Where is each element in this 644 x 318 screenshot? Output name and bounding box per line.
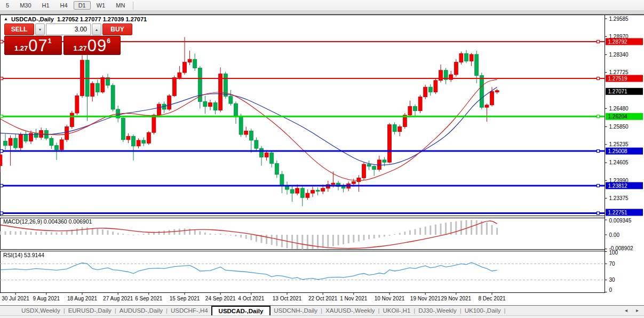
candle[interactable] xyxy=(311,190,315,193)
tab-usdx-weekly[interactable]: USDX,Weekly xyxy=(18,306,63,315)
tab-xauusd-weekly[interactable]: XAUUSD-,Weekly xyxy=(322,306,378,315)
tab-scroll-right-icon[interactable]: ▸ xyxy=(636,307,639,313)
candle[interactable] xyxy=(50,138,53,146)
line-handle[interactable] xyxy=(597,184,600,187)
candle[interactable] xyxy=(121,118,125,140)
candle[interactable] xyxy=(183,62,187,73)
timeframe-button-w1[interactable]: W1 xyxy=(92,1,110,10)
tab-eurusd-daily[interactable]: EURUSD-,Daily xyxy=(65,306,115,315)
candle[interactable] xyxy=(65,126,69,139)
tab-uk100-daily[interactable]: UK100-,Daily xyxy=(462,306,504,315)
candle[interactable] xyxy=(357,178,361,181)
candle[interactable] xyxy=(408,107,412,115)
candle[interactable] xyxy=(454,62,458,75)
candle[interactable] xyxy=(249,131,253,140)
candle[interactable] xyxy=(495,91,499,92)
candle[interactable] xyxy=(19,134,22,148)
line-handle[interactable] xyxy=(1,41,3,43)
timeframe-button-5[interactable]: 5 xyxy=(1,1,14,10)
volume-input[interactable] xyxy=(46,23,91,35)
candle[interactable] xyxy=(285,186,289,190)
line-handle[interactable] xyxy=(597,150,600,153)
candle[interactable] xyxy=(91,83,94,96)
candle[interactable] xyxy=(157,104,161,115)
candle[interactable] xyxy=(362,164,366,178)
candle[interactable] xyxy=(111,85,115,109)
candle[interactable] xyxy=(490,91,494,105)
tab-dj30-weekly[interactable]: DJ30-,Weekly xyxy=(415,306,459,315)
timeframe-button-h1[interactable]: H1 xyxy=(37,1,54,10)
candle[interactable] xyxy=(147,132,150,143)
candle[interactable] xyxy=(321,188,325,191)
candle[interactable] xyxy=(398,126,402,131)
volume-increase-button[interactable]: ▲ xyxy=(92,23,101,35)
candle[interactable] xyxy=(188,59,192,62)
candle[interactable] xyxy=(229,97,233,104)
line-handle[interactable] xyxy=(1,115,3,118)
candle[interactable] xyxy=(244,131,248,135)
candle[interactable] xyxy=(475,54,479,76)
line-handle[interactable] xyxy=(597,77,600,79)
line-handle[interactable] xyxy=(597,41,600,43)
candle[interactable] xyxy=(132,136,136,146)
volume-decrease-button[interactable]: ▼ xyxy=(35,23,45,35)
candle[interactable] xyxy=(459,53,463,62)
candle[interactable] xyxy=(393,125,396,132)
candle[interactable] xyxy=(4,141,7,146)
candle[interactable] xyxy=(434,81,438,92)
rsi-panel[interactable] xyxy=(1,251,605,293)
candle[interactable] xyxy=(296,188,299,193)
candle[interactable] xyxy=(424,87,427,97)
timeframe-button-h4[interactable]: H4 xyxy=(55,1,73,10)
timeframe-button-mn[interactable]: MN xyxy=(111,1,130,10)
candle[interactable] xyxy=(372,166,376,170)
candle[interactable] xyxy=(96,83,99,92)
candle[interactable] xyxy=(300,188,304,197)
sell-button[interactable]: SELL xyxy=(4,23,34,35)
candle[interactable] xyxy=(14,138,18,148)
candle[interactable] xyxy=(55,146,59,150)
candle[interactable] xyxy=(341,187,345,188)
candle[interactable] xyxy=(465,53,468,61)
tab-ukoil-h1[interactable]: UKOil-,H1 xyxy=(380,306,414,315)
line-handle[interactable] xyxy=(597,212,600,214)
candle[interactable] xyxy=(352,181,355,184)
candle[interactable] xyxy=(142,140,146,143)
timeframe-button-m30[interactable]: M30 xyxy=(15,1,36,10)
candle[interactable] xyxy=(75,96,79,113)
candle[interactable] xyxy=(485,105,489,107)
buy-button[interactable]: BUY xyxy=(102,23,132,35)
candle[interactable] xyxy=(388,125,392,162)
candle[interactable] xyxy=(126,136,130,140)
line-handle[interactable] xyxy=(1,150,3,153)
line-handle[interactable] xyxy=(1,184,3,187)
candle[interactable] xyxy=(316,190,320,192)
candle[interactable] xyxy=(234,104,238,116)
candle[interactable] xyxy=(418,97,422,111)
candle[interactable] xyxy=(101,77,105,92)
candle[interactable] xyxy=(209,102,212,106)
candle[interactable] xyxy=(178,73,181,77)
line-handle[interactable] xyxy=(597,115,600,118)
candle[interactable] xyxy=(9,138,12,146)
candle[interactable] xyxy=(172,77,176,96)
collapse-icon[interactable]: ▲ xyxy=(4,17,8,21)
candle[interactable] xyxy=(414,107,417,111)
sell-price-panel[interactable]: 1.27071 xyxy=(4,36,62,55)
candle[interactable] xyxy=(255,140,258,148)
candle[interactable] xyxy=(470,54,473,61)
tab-scroll-left-icon[interactable]: ◂ xyxy=(625,307,627,313)
candle[interactable] xyxy=(270,153,274,163)
candle[interactable] xyxy=(168,96,171,109)
candle[interactable] xyxy=(24,134,28,141)
candle[interactable] xyxy=(60,140,63,150)
candle[interactable] xyxy=(480,76,483,108)
candle[interactable] xyxy=(290,189,294,193)
candle[interactable] xyxy=(0,155,2,166)
timeframe-button-d1[interactable]: D1 xyxy=(74,1,91,10)
candle[interactable] xyxy=(428,87,432,92)
candle[interactable] xyxy=(203,101,207,106)
candle[interactable] xyxy=(280,174,284,186)
candle[interactable] xyxy=(260,148,264,157)
candle[interactable] xyxy=(70,113,74,126)
